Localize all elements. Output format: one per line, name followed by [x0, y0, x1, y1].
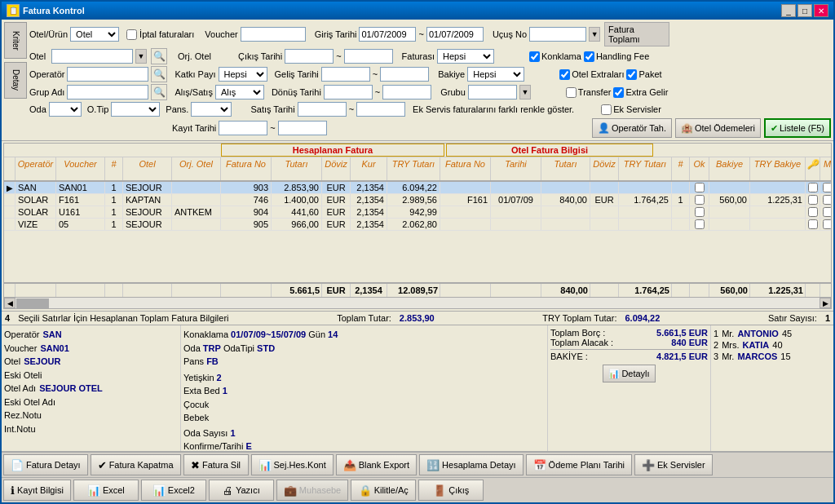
il-otel-value: SEJOUR	[24, 355, 60, 369]
grup-adi-input[interactable]	[67, 85, 148, 99]
giris-tarihi-to[interactable]	[426, 27, 484, 42]
ucus-no-input[interactable]	[529, 27, 586, 42]
bottom-btn-sej-hes-kont[interactable]: 📊Sej.Hes.Kont	[251, 454, 334, 475]
scroll-right-arrow[interactable]: ▶	[820, 298, 831, 308]
cikis-tarihi-to[interactable]	[344, 49, 393, 64]
operator-search-icon[interactable]: 🔍	[151, 66, 167, 82]
cikis-tarihi-label: Çıkış Tarihi	[238, 51, 282, 61]
listele-button[interactable]: ✔ Listele (F5)	[764, 118, 831, 138]
td-try-tutari2	[619, 182, 672, 193]
td-otel: SEJOUR	[123, 206, 172, 218]
bakiye-select[interactable]: Hepsi	[467, 67, 524, 82]
operator-tah-button[interactable]: 👤 Operatör Tah.	[592, 118, 672, 138]
col-fatura-no2: Fatura No	[440, 157, 491, 180]
konklama-checkbox[interactable]	[529, 51, 540, 62]
donus-tarihi-from[interactable]	[324, 85, 373, 99]
td-tutari1: 1.400,00	[272, 194, 322, 206]
td-kur: 2,1354	[351, 182, 387, 193]
td-m	[820, 194, 831, 206]
table-row[interactable]: ▶ SAN SAN01 1 SEJOUR 903 2.853,90 EUR 2,…	[4, 182, 831, 194]
iptal-fatural-checkbox[interactable]	[126, 29, 137, 40]
gelis-tarihi-to[interactable]	[380, 67, 429, 82]
grup-adi-search-icon[interactable]: 🔍	[151, 84, 167, 100]
bottom-btn-fatura-sil[interactable]: ✖Fatura Sil	[183, 454, 249, 475]
ir-bakiye-value: 4.821,5 EUR	[656, 351, 708, 361]
donus-tarihi-to[interactable]	[382, 85, 431, 99]
ucus-no-label: Uçuş No	[493, 29, 527, 39]
extra-gelir-checkbox[interactable]	[613, 87, 624, 98]
cikis-tarihi-from[interactable]	[285, 49, 334, 64]
handling-fee-checkbox[interactable]	[584, 51, 594, 62]
transfer-checkbox[interactable]	[566, 87, 577, 98]
grubu-dropdown[interactable]: ▼	[519, 85, 531, 99]
bottom-btn--deme-plan--tarihi[interactable]: 📅Ödeme Planı Tarihi	[526, 454, 632, 475]
alis-satis-select[interactable]: Alış	[215, 85, 264, 99]
bottom-btn-fatura-kapatma[interactable]: ✔Fatura Kapatma	[91, 454, 181, 475]
otel-search-icon[interactable]: 🔍	[151, 48, 167, 64]
maximize-button[interactable]: □	[797, 4, 812, 17]
im-pans-value: FB	[206, 356, 219, 366]
bottom-btn-ek-servisler[interactable]: ➕Ek Servisler	[634, 454, 713, 475]
pans-select[interactable]	[191, 102, 232, 117]
person-item: 2 Mrs. KATIA 40	[714, 339, 831, 351]
faturasi-select[interactable]: Hepsi	[437, 49, 494, 64]
gelis-tarihi-from[interactable]	[321, 67, 370, 82]
im-yetiskin-value: 2	[217, 373, 222, 382]
bottom-btn-hesaplama-detay-[interactable]: 🔢Hesaplama Detayı	[419, 454, 524, 475]
otel-dropdown[interactable]: ▼	[135, 49, 147, 64]
ucus-no-dropdown[interactable]: ▼	[589, 27, 600, 42]
satis-tarihi-from[interactable]	[298, 102, 347, 117]
col-hash: #	[672, 157, 690, 180]
katki-payi-select[interactable]: Hepsi	[219, 67, 267, 82]
il-voucher-label: Voucher	[4, 342, 37, 356]
td-num: 1	[105, 219, 123, 230]
tab-kriter[interactable]: Kriter	[4, 22, 27, 59]
kayit-tarihi-from[interactable]	[219, 121, 267, 135]
scroll-left-arrow[interactable]: ◀	[4, 298, 15, 308]
paket-checkbox[interactable]	[626, 69, 637, 80]
bottom-btn2-kilitle-a-[interactable]: 🔒Kilitle/Aç	[351, 480, 416, 501]
td-try-bakiye	[750, 182, 806, 193]
bottom-btn2---k--[interactable]: 🚪Çıkış	[418, 480, 484, 501]
person-title: Mr.	[722, 329, 734, 338]
bottom-btn-fatura-detay-[interactable]: 📄Fatura Detayı	[3, 454, 88, 475]
oda-select[interactable]	[49, 102, 82, 117]
voucher-input[interactable]	[241, 27, 306, 42]
bottom-btn2-yaz-c-[interactable]: 🖨Yazıcı	[209, 480, 274, 501]
bottom-btn2-excel2[interactable]: 📊Excel2	[141, 480, 206, 501]
horizontal-scrollbar[interactable]: ◀ ▶	[4, 297, 831, 308]
fatura-toplami-btn[interactable]: Fatura Toplamı	[604, 22, 669, 46]
im-cocuk-label: Çocuk	[183, 400, 209, 409]
ek-servisler-checkbox[interactable]	[601, 104, 612, 115]
otel-urun-select[interactable]: Otel	[70, 27, 119, 42]
info-panel: Operatör SAN Voucher SAN01 Otel SEJOUR E…	[2, 325, 833, 451]
bottom-btn2-kay-t-bilgisi[interactable]: ℹKayıt Bilgisi	[3, 480, 71, 501]
detayli-button[interactable]: 📊 Detaylı	[603, 365, 655, 382]
o-tip-select[interactable]	[111, 102, 160, 117]
giris-tarihi-from[interactable]	[359, 27, 416, 42]
table-row[interactable]: SOLAR U161 1 SEJOUR ANTKEM 904 441,60 EU…	[4, 206, 831, 219]
td-operator: SAN	[15, 182, 56, 193]
kayit-tarihi-to[interactable]	[278, 121, 327, 135]
close-button[interactable]: ✕	[814, 4, 828, 17]
iptal-fatural-label: İptal faturaları	[139, 29, 194, 39]
il-otel-adi-value: SEJOUR OTEL	[39, 382, 103, 396]
operator-input[interactable]	[67, 67, 148, 82]
otel-extralari-checkbox[interactable]	[559, 69, 570, 80]
table-row[interactable]: SOLAR F161 1 KAPTAN 746 1.400,00 EUR 2,1…	[4, 194, 831, 206]
otel-input[interactable]	[51, 49, 133, 64]
otel-odemeleri-button[interactable]: 🏨 Otel Ödemeleri	[675, 118, 761, 138]
table-row[interactable]: VIZE 05 1 SEJOUR 905 966,00 EUR 2,1354 2…	[4, 219, 831, 231]
btn-label2: Muhasebe	[299, 485, 341, 495]
td-num: 1	[105, 206, 123, 218]
tab-detay[interactable]: Detay	[4, 62, 27, 99]
td-fatura-no1: 904	[221, 206, 272, 218]
td-operator: VIZE	[15, 219, 56, 230]
td-doviz1: EUR	[322, 194, 351, 206]
bottom-btn2-excel[interactable]: 📊Excel	[73, 480, 139, 501]
col-otel: Otel	[123, 157, 172, 180]
bottom-btn-blank-export[interactable]: 📤Blank Export	[336, 454, 417, 475]
satis-tarihi-to[interactable]	[356, 102, 405, 117]
minimize-button[interactable]: _	[781, 4, 796, 17]
grubu-input[interactable]	[468, 85, 517, 99]
